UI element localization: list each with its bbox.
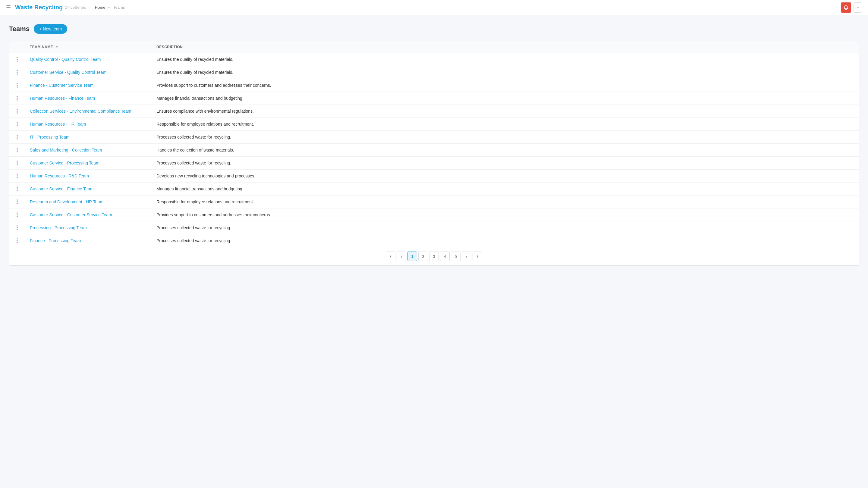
team-description-cell: Manages financial transactions and budge… bbox=[152, 183, 859, 195]
team-name-link[interactable]: Quality Control - Quality Control Team bbox=[30, 57, 101, 62]
team-name-cell: Sales and Marketing - Collection Team bbox=[25, 144, 152, 157]
filter-icon[interactable]: ▿ bbox=[56, 45, 58, 49]
row-menu-cell bbox=[9, 131, 25, 144]
team-description-cell: Processes collected waste for recycling. bbox=[152, 131, 859, 144]
row-menu-button[interactable] bbox=[14, 70, 20, 75]
table-row: Customer Service - Finance TeamManages f… bbox=[9, 183, 859, 195]
team-name-link[interactable]: Human Resources - HR Team bbox=[30, 122, 86, 127]
hamburger-icon[interactable]: ☰ bbox=[6, 4, 11, 11]
team-name-cell: Customer Service - Customer Service Team bbox=[25, 208, 152, 221]
team-name-link[interactable]: Collection Services - Environmental Comp… bbox=[30, 109, 131, 113]
team-description-cell: Processes collected waste for recycling. bbox=[152, 157, 859, 170]
team-name-cell: Processing - Processing Team bbox=[25, 221, 152, 234]
team-description-cell: Manages financial transactions and budge… bbox=[152, 92, 859, 105]
row-menu-button[interactable] bbox=[14, 187, 20, 191]
row-menu-button[interactable] bbox=[14, 83, 20, 88]
row-menu-button[interactable] bbox=[14, 238, 20, 243]
col-description: DESCRIPTION bbox=[152, 41, 859, 53]
team-name-cell: Collection Services - Environmental Comp… bbox=[25, 105, 152, 118]
pagination-page-1-button[interactable]: 1 bbox=[407, 252, 417, 261]
row-menu-cell bbox=[9, 183, 25, 195]
team-name-cell: Customer Service - Finance Team bbox=[25, 183, 152, 195]
pagination-prev-button[interactable]: ‹ bbox=[397, 252, 406, 261]
row-menu-cell bbox=[9, 105, 25, 118]
row-menu-button[interactable] bbox=[14, 225, 20, 230]
team-name-cell: Quality Control - Quality Control Team bbox=[25, 53, 152, 66]
row-menu-button[interactable] bbox=[14, 57, 20, 62]
pagination-cell: ⟨‹12345›⟩ bbox=[9, 247, 859, 266]
team-name-cell: Customer Service - Quality Control Team bbox=[25, 66, 152, 79]
table-row: Human Resources - HR TeamResponsible for… bbox=[9, 118, 859, 131]
page-content: Teams + New team TEAM NAME ▿ DESCRIPTION… bbox=[0, 15, 868, 275]
table-row: IT - Processing TeamProcesses collected … bbox=[9, 131, 859, 144]
row-menu-button[interactable] bbox=[14, 122, 20, 127]
row-menu-cell bbox=[9, 157, 25, 170]
team-name-link[interactable]: Customer Service - Processing Team bbox=[30, 161, 99, 165]
pagination-next-button[interactable]: › bbox=[462, 252, 471, 261]
pagination-row: ⟨‹12345›⟩ bbox=[9, 247, 859, 266]
team-name-link[interactable]: Research and Development - HR Team bbox=[30, 199, 103, 204]
chevron-down-icon bbox=[856, 6, 860, 9]
page-title: Teams bbox=[9, 25, 30, 33]
user-dropdown-button[interactable] bbox=[854, 2, 862, 13]
pagination-first-button[interactable]: ⟨ bbox=[386, 252, 396, 261]
team-name-link[interactable]: Customer Service - Quality Control Team bbox=[30, 70, 106, 75]
row-menu-button[interactable] bbox=[14, 199, 20, 204]
row-menu-button[interactable] bbox=[14, 96, 20, 101]
pagination-page-3-button[interactable]: 3 bbox=[429, 252, 439, 261]
team-name-cell: Customer Service - Processing Team bbox=[25, 157, 152, 170]
table-row: Customer Service - Quality Control TeamE… bbox=[9, 66, 859, 79]
row-menu-cell bbox=[9, 208, 25, 221]
col-team-name: TEAM NAME ▿ bbox=[25, 41, 152, 53]
teams-table-container: TEAM NAME ▿ DESCRIPTION Quality Control … bbox=[9, 41, 859, 266]
new-team-button[interactable]: + New team bbox=[34, 24, 67, 34]
row-menu-button[interactable] bbox=[14, 161, 20, 165]
table-row: Collection Services - Environmental Comp… bbox=[9, 105, 859, 118]
team-name-cell: Human Resources - Finance Team bbox=[25, 92, 152, 105]
row-menu-button[interactable] bbox=[14, 173, 20, 178]
pagination-page-5-button[interactable]: 5 bbox=[451, 252, 461, 261]
team-name-link[interactable]: Finance - Customer Service Team bbox=[30, 83, 93, 88]
team-name-cell: Research and Development - HR Team bbox=[25, 195, 152, 208]
team-name-cell: Human Resources - HR Team bbox=[25, 118, 152, 131]
team-name-link[interactable]: Human Resources - Finance Team bbox=[30, 96, 95, 101]
team-name-link[interactable]: Customer Service - Finance Team bbox=[30, 187, 93, 191]
team-name-link[interactable]: Human Resources - R&D Team bbox=[30, 173, 89, 178]
table-row: Customer Service - Customer Service Team… bbox=[9, 208, 859, 221]
app-title: Waste Recycling bbox=[15, 4, 63, 11]
row-menu-button[interactable] bbox=[14, 148, 20, 153]
breadcrumb-home[interactable]: Home bbox=[95, 5, 105, 10]
pagination-last-button[interactable]: ⟩ bbox=[472, 252, 482, 261]
team-name-link[interactable]: IT - Processing Team bbox=[30, 135, 70, 139]
team-name-cell: Finance - Customer Service Team bbox=[25, 79, 152, 92]
team-description-cell: Responsible for employee relations and r… bbox=[152, 118, 859, 131]
page-header: Teams + New team bbox=[9, 24, 859, 34]
table-row: Human Resources - R&D TeamDevelops new r… bbox=[9, 170, 859, 183]
notification-button[interactable] bbox=[841, 2, 851, 13]
team-name-cell: Human Resources - R&D Team bbox=[25, 170, 152, 183]
col-menu bbox=[9, 41, 25, 53]
team-description-cell: Processes collected waste for recycling. bbox=[152, 234, 859, 247]
team-name-link[interactable]: Sales and Marketing - Collection Team bbox=[30, 148, 102, 153]
row-menu-cell bbox=[9, 195, 25, 208]
pagination-page-4-button[interactable]: 4 bbox=[440, 252, 450, 261]
row-menu-cell bbox=[9, 118, 25, 131]
team-description-cell: Provides support to customers and addres… bbox=[152, 79, 859, 92]
row-menu-button[interactable] bbox=[14, 135, 20, 139]
row-menu-cell bbox=[9, 66, 25, 79]
team-name-cell: IT - Processing Team bbox=[25, 131, 152, 144]
team-description-cell: Responsible for employee relations and r… bbox=[152, 195, 859, 208]
team-name-link[interactable]: Processing - Processing Team bbox=[30, 225, 87, 230]
row-menu-button[interactable] bbox=[14, 109, 20, 113]
row-menu-cell bbox=[9, 170, 25, 183]
app-subtitle: OfficeSeries bbox=[64, 5, 86, 10]
pagination-page-2-button[interactable]: 2 bbox=[418, 252, 428, 261]
row-menu-cell bbox=[9, 234, 25, 247]
table-body: Quality Control - Quality Control TeamEn… bbox=[9, 53, 859, 266]
team-name-link[interactable]: Customer Service - Customer Service Team bbox=[30, 213, 112, 217]
row-menu-button[interactable] bbox=[14, 213, 20, 217]
bell-icon bbox=[843, 5, 849, 10]
team-name-link[interactable]: Finance - Processing Team bbox=[30, 238, 81, 243]
team-description-cell: Ensures the quality of recycled material… bbox=[152, 53, 859, 66]
row-menu-cell bbox=[9, 221, 25, 234]
